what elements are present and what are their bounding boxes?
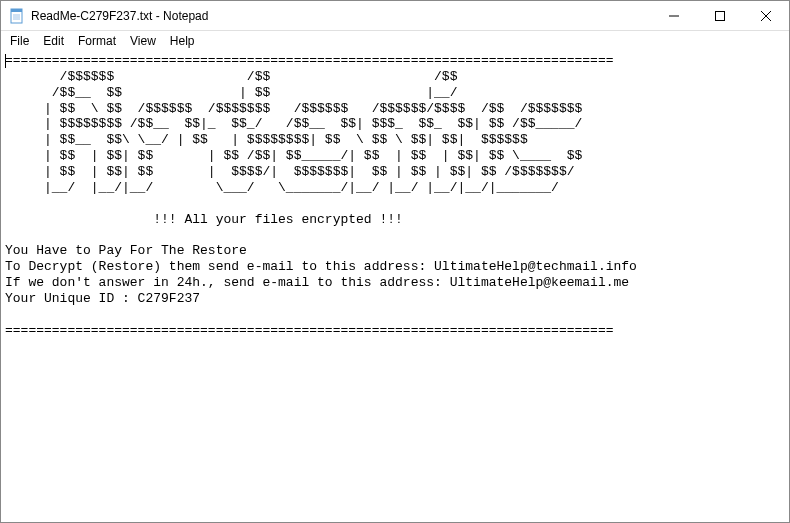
menu-help[interactable]: Help bbox=[163, 32, 202, 50]
window-title: ReadMe-C279F237.txt - Notepad bbox=[31, 9, 651, 23]
maximize-button[interactable] bbox=[697, 1, 743, 30]
svg-rect-1 bbox=[11, 9, 22, 12]
svg-rect-6 bbox=[716, 11, 725, 20]
text-area[interactable]: ========================================… bbox=[1, 51, 789, 340]
menu-file[interactable]: File bbox=[3, 32, 36, 50]
menubar: File Edit Format View Help bbox=[1, 31, 789, 51]
close-button[interactable] bbox=[743, 1, 789, 30]
notepad-icon bbox=[9, 8, 25, 24]
menu-view[interactable]: View bbox=[123, 32, 163, 50]
menu-edit[interactable]: Edit bbox=[36, 32, 71, 50]
minimize-button[interactable] bbox=[651, 1, 697, 30]
window-controls bbox=[651, 1, 789, 30]
menu-format[interactable]: Format bbox=[71, 32, 123, 50]
titlebar: ReadMe-C279F237.txt - Notepad bbox=[1, 1, 789, 31]
